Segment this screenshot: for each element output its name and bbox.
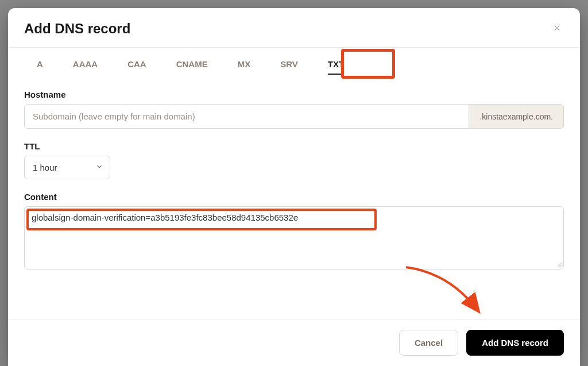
- modal-body: Hostname .kinstaexample.com. TTL 1 hour …: [8, 77, 580, 319]
- ttl-select[interactable]: 1 hour: [24, 156, 110, 179]
- cancel-button[interactable]: Cancel: [399, 330, 458, 356]
- tab-aaaa[interactable]: AAAA: [73, 57, 98, 71]
- annotation-tab-highlight: [341, 49, 395, 79]
- close-icon: [552, 24, 562, 34]
- add-dns-record-modal: Add DNS record A AAAA CAA CNAME MX SRV T…: [8, 8, 580, 366]
- content-label: Content: [24, 192, 564, 202]
- modal-title: Add DNS record: [24, 21, 130, 37]
- record-type-tabs: A AAAA CAA CNAME MX SRV TXT: [8, 48, 580, 77]
- tab-a[interactable]: A: [37, 57, 43, 71]
- hostname-field: Hostname .kinstaexample.com.: [24, 90, 564, 129]
- tab-caa[interactable]: CAA: [127, 57, 146, 71]
- hostname-input[interactable]: [25, 105, 469, 128]
- tab-mx[interactable]: MX: [238, 57, 251, 71]
- ttl-field: TTL 1 hour: [24, 141, 564, 179]
- hostname-label: Hostname: [24, 90, 564, 99]
- hostname-suffix: .kinstaexample.com.: [469, 105, 563, 128]
- modal-header: Add DNS record: [8, 8, 580, 47]
- content-textarea[interactable]: [32, 213, 556, 263]
- tab-cname[interactable]: CNAME: [176, 57, 208, 71]
- close-button[interactable]: [550, 21, 564, 37]
- modal-footer: Cancel Add DNS record: [8, 319, 580, 366]
- ttl-label: TTL: [24, 141, 564, 151]
- content-textarea-wrap: [24, 206, 564, 269]
- content-field: Content: [24, 192, 564, 269]
- ttl-select-wrap: 1 hour: [24, 156, 110, 179]
- tab-txt[interactable]: TXT: [328, 57, 344, 71]
- hostname-input-group: .kinstaexample.com.: [24, 104, 564, 129]
- submit-button[interactable]: Add DNS record: [466, 330, 564, 356]
- tab-srv[interactable]: SRV: [280, 57, 298, 71]
